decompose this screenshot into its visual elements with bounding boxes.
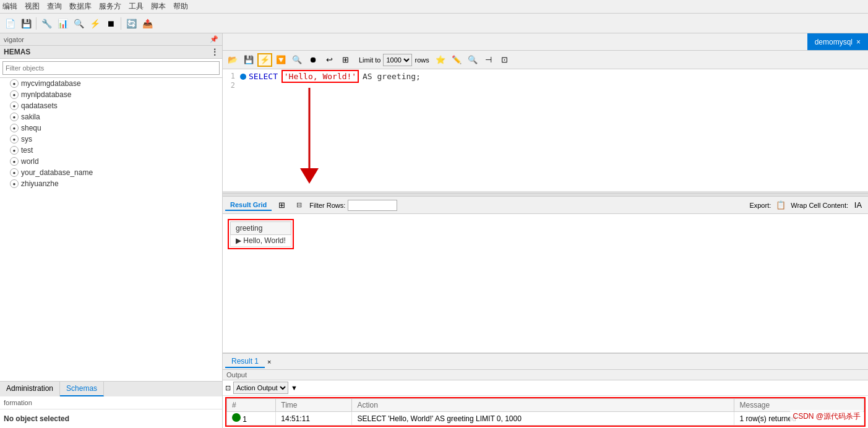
refresh-button[interactable]: 🔄	[124, 16, 139, 31]
indent-button[interactable]: ⊣	[481, 53, 496, 67]
menu-item-service[interactable]: 服务方	[99, 1, 121, 12]
new-file-button[interactable]: 📄	[2, 16, 17, 31]
right-panel: demomysql × 📂 💾 ⚡ 🔽 🔍 ⏺ ↩ ⊞ Limit to 100…	[223, 33, 868, 428]
list-item[interactable]: ● qadatasets	[0, 100, 222, 111]
filter-rows-input[interactable]	[348, 200, 397, 211]
table-row[interactable]: 1 14:51:11 SELECT 'Hello, World!' AS gre…	[227, 412, 864, 426]
list-item[interactable]: ● mycvimgdatabase	[0, 78, 222, 89]
limit-container: Limit to 1000 500 200 rows	[359, 54, 429, 66]
result-area: Result Grid ⊞ ⊟ Filter Rows: Export: 📋 W…	[223, 197, 868, 353]
beautify-button[interactable]: ✏️	[449, 53, 464, 67]
table-row[interactable]: ▶ Hello, World!	[231, 235, 291, 247]
close-tab-icon[interactable]: ×	[856, 38, 861, 46]
wrap-icon-button[interactable]: IA	[851, 199, 866, 212]
output-tabs: Result 1 ×	[223, 354, 868, 370]
menu-item-tools[interactable]: 工具	[129, 1, 144, 12]
navigator-header: vigator 📌	[0, 33, 222, 46]
select-keyword: SELECT	[249, 72, 278, 81]
save-sql-button[interactable]: 💾	[241, 53, 256, 67]
undo-button[interactable]: ↩	[322, 53, 337, 67]
menu-item-edit[interactable]: 编辑	[2, 1, 17, 12]
wrap-label: Wrap Cell Content:	[791, 202, 848, 209]
schema-list: ● mycvimgdatabase ● mynlpdatabase ● qada…	[0, 78, 222, 229]
grid-icon-button[interactable]: ⊞	[274, 199, 289, 212]
menu-item-database[interactable]: 数据库	[69, 1, 92, 12]
dropdown-chevron-icon: ▼	[291, 384, 298, 392]
find-button[interactable]: 🔍	[465, 53, 480, 67]
menu-item-view[interactable]: 视图	[25, 1, 40, 12]
row-num: 1	[227, 412, 276, 426]
open-file-button[interactable]: 📂	[225, 53, 240, 67]
stop-sql-button[interactable]: ⏺	[306, 53, 320, 67]
filter-objects-input[interactable]	[2, 61, 220, 75]
stop-button[interactable]: ⏹	[103, 16, 118, 31]
db-icon: ●	[10, 135, 19, 143]
result-grid-tab[interactable]: Result Grid	[225, 200, 272, 211]
list-item[interactable]: ● test	[0, 145, 222, 156]
search-button[interactable]: 🔍	[290, 53, 304, 67]
tab-label: demomysql	[815, 38, 853, 46]
grid-view-button[interactable]: ⊞	[338, 53, 353, 67]
copy-button[interactable]: ⊡	[497, 53, 512, 67]
schema-name: test	[21, 146, 33, 155]
separator-2	[121, 17, 121, 30]
editor-area[interactable]: 1 SELECT 'Hello, World!' AS greeting; 2	[223, 69, 868, 193]
action-output-select[interactable]: Action Output	[233, 382, 288, 394]
list-item[interactable]: ● world	[0, 156, 222, 167]
list-item[interactable]: ● zhiyuanzhe	[0, 178, 222, 189]
active-query-tab[interactable]: demomysql ×	[807, 33, 868, 50]
action-output-icon: ⊡	[225, 384, 231, 392]
limit-unit: rows	[415, 56, 429, 64]
list-item[interactable]: ● shequ	[0, 122, 222, 134]
result-grid-container: greeting ▶ Hello, World!	[223, 214, 868, 353]
tab-schemas[interactable]: Schemas	[60, 382, 104, 396]
execute-button[interactable]: ⚡	[87, 16, 102, 31]
line-number-2: 2	[225, 81, 240, 90]
left-panel: vigator 📌 HEMAS ⋮ ● mycvimgdatabase ● my…	[0, 33, 223, 428]
menu-item-help[interactable]: 帮助	[173, 1, 188, 12]
greeting-value: Hello, World!	[243, 236, 285, 245]
list-item[interactable]: ● sys	[0, 134, 222, 145]
main-layout: vigator 📌 HEMAS ⋮ ● mycvimgdatabase ● my…	[0, 33, 868, 428]
col-time: Time	[276, 399, 352, 412]
export-icon-button[interactable]: 📋	[773, 199, 788, 212]
db-icon: ●	[10, 90, 19, 99]
bookmark-button[interactable]: ⭐	[433, 53, 448, 67]
schema-name: world	[21, 157, 39, 166]
row-arrow-cell: ▶ Hello, World!	[231, 235, 291, 247]
schema-inspector-button[interactable]: 🔧	[39, 16, 54, 31]
save-button[interactable]: 💾	[19, 16, 33, 31]
db-icon: ●	[10, 168, 19, 177]
sql-toolbar: 📂 💾 ⚡ 🔽 🔍 ⏺ ↩ ⊞ Limit to 1000 500 200 ro…	[223, 51, 868, 69]
filter-button[interactable]: 🔽	[273, 53, 288, 67]
form-editor-tab[interactable]: ⊟	[291, 200, 307, 210]
db-icon: ●	[10, 79, 19, 88]
db-icon: ●	[10, 113, 19, 121]
tab-administration[interactable]: Administration	[0, 382, 60, 396]
navigator-pin-icon[interactable]: 📌	[210, 35, 218, 43]
action-output-table: # Time Action Message 1 14:51:11	[226, 398, 864, 426]
table-search-button[interactable]: 🔍	[71, 16, 86, 31]
export-button[interactable]: 📤	[140, 16, 155, 31]
annotation-arrow	[291, 82, 328, 193]
table-data-button[interactable]: 📊	[55, 16, 70, 31]
list-item[interactable]: ● sakila	[0, 111, 222, 122]
schema-name: shequ	[21, 124, 41, 132]
col-action: Action	[352, 399, 734, 412]
execute-sql-button[interactable]: ⚡	[257, 53, 272, 67]
result1-tab[interactable]: Result 1	[225, 356, 265, 368]
schema-name: sys	[21, 135, 32, 143]
menu-item-query[interactable]: 查询	[47, 1, 62, 12]
info-section: formation	[0, 396, 222, 409]
schemas-menu-icon[interactable]: ⋮	[211, 48, 218, 56]
limit-select[interactable]: 1000 500 200	[383, 54, 412, 66]
menu-item-script[interactable]: 脚本	[151, 1, 166, 12]
result-toolbar: Result Grid ⊞ ⊟ Filter Rows: Export: 📋 W…	[223, 197, 868, 214]
bottom-tabs: Administration Schemas	[0, 381, 222, 396]
filter-box	[0, 59, 222, 78]
close-result-icon[interactable]: ×	[267, 358, 271, 366]
list-item[interactable]: ● your_database_name	[0, 167, 222, 178]
list-item[interactable]: ● mynlpdatabase	[0, 89, 222, 100]
output-section: Result 1 × Output ⊡ Action Output ▼ # Ti…	[223, 353, 868, 428]
schemas-header: HEMAS ⋮	[0, 46, 222, 59]
